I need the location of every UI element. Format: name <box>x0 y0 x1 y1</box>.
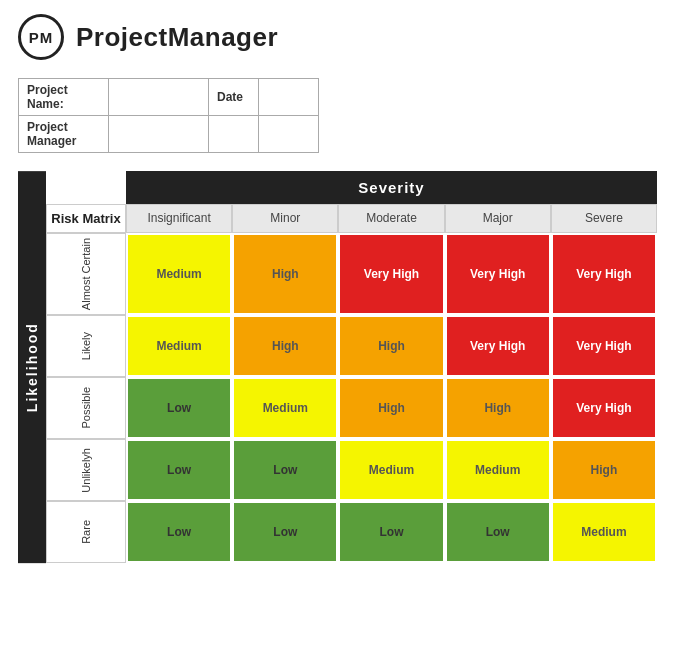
project-name-value <box>109 79 209 116</box>
row-label-text: Unlikelyh <box>78 444 94 497</box>
col-header-moderate: Moderate <box>338 204 444 233</box>
matrix-cell: Medium <box>126 315 232 377</box>
matrix-outer: Likelihood Severity Risk Matrix Insignif… <box>18 171 657 563</box>
risk-matrix-label: Risk Matrix <box>46 204 126 233</box>
severity-header: Severity <box>46 171 657 204</box>
row-label-cell: Rare <box>46 501 126 563</box>
matrix-cell: Very High <box>338 233 444 315</box>
project-info-table: Project Name: Date Project Manager <box>18 78 319 153</box>
matrix-cell: Medium <box>338 439 444 501</box>
matrix-cell: Low <box>445 501 551 563</box>
col-header-major: Major <box>445 204 551 233</box>
matrix-cell: Very High <box>551 377 657 439</box>
matrix-cell: Very High <box>551 315 657 377</box>
matrix-cell: Medium <box>232 377 338 439</box>
matrix-cell: High <box>232 233 338 315</box>
project-manager-value <box>109 116 209 153</box>
project-name-label: Project Name: <box>19 79 109 116</box>
row-label-text: Possible <box>78 383 94 433</box>
date-label-2 <box>209 116 259 153</box>
col-header-severe: Severe <box>551 204 657 233</box>
row-label-cell: Likely <box>46 315 126 377</box>
matrix-row: Almost CertainMediumHighVery HighVery Hi… <box>46 233 657 315</box>
row-label-text: Likely <box>78 328 94 364</box>
matrix-section: Likelihood Severity Risk Matrix Insignif… <box>18 171 657 563</box>
matrix-row: LikelyMediumHighHighVery HighVery High <box>46 315 657 377</box>
row-label-text: Almost Certain <box>78 234 94 314</box>
matrix-row: PossibleLowMediumHighHighVery High <box>46 377 657 439</box>
matrix-cell: Low <box>338 501 444 563</box>
matrix-row: RareLowLowLowLowMedium <box>46 501 657 563</box>
matrix-cell: Very High <box>445 233 551 315</box>
severity-title: Severity <box>126 171 657 204</box>
app-title: ProjectManager <box>76 22 278 53</box>
row-label-cell: Unlikelyh <box>46 439 126 501</box>
date-value <box>259 79 319 116</box>
matrix-cell: High <box>338 377 444 439</box>
matrix-cell: Low <box>126 439 232 501</box>
col-header-minor: Minor <box>232 204 338 233</box>
matrix-cell: High <box>551 439 657 501</box>
matrix-cell: Low <box>232 439 338 501</box>
matrix-cell: Low <box>126 377 232 439</box>
matrix-cell: High <box>232 315 338 377</box>
col-headers: Risk Matrix Insignificant Minor Moderate… <box>46 204 657 233</box>
matrix-cell: Very High <box>551 233 657 315</box>
date-value-2 <box>259 116 319 153</box>
header: PM ProjectManager <box>0 0 675 70</box>
project-manager-label: Project Manager <box>19 116 109 153</box>
matrix-cell: Medium <box>126 233 232 315</box>
row-label-text: Rare <box>78 516 94 548</box>
matrix-cell: High <box>338 315 444 377</box>
matrix-cell: Medium <box>551 501 657 563</box>
matrix-row: UnlikelyhLowLowMediumMediumHigh <box>46 439 657 501</box>
row-label-cell: Possible <box>46 377 126 439</box>
matrix-cell: Very High <box>445 315 551 377</box>
matrix-cell: Low <box>232 501 338 563</box>
likelihood-label: Likelihood <box>18 171 46 563</box>
row-label-cell: Almost Certain <box>46 233 126 315</box>
date-label: Date <box>209 79 259 116</box>
logo-text: PM <box>29 29 54 46</box>
matrix-cell: High <box>445 377 551 439</box>
logo: PM <box>18 14 64 60</box>
top-left-empty <box>46 171 126 204</box>
matrix-cell: Medium <box>445 439 551 501</box>
col-header-insignificant: Insignificant <box>126 204 232 233</box>
matrix-inner: Severity Risk Matrix Insignificant Minor… <box>46 171 657 563</box>
matrix-cell: Low <box>126 501 232 563</box>
matrix-rows: Almost CertainMediumHighVery HighVery Hi… <box>46 233 657 563</box>
